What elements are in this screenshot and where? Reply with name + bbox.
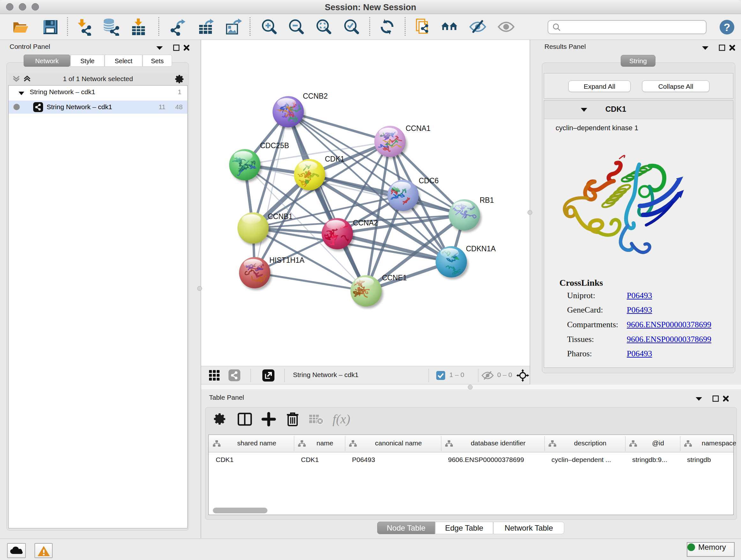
svg-text:CCNA1: CCNA1: [406, 124, 430, 132]
svg-text:CDKN1A: CDKN1A: [466, 245, 496, 253]
svg-text:RB1: RB1: [480, 196, 494, 204]
svg-text:CDK1: CDK1: [325, 155, 344, 163]
svg-text:CDC25B: CDC25B: [260, 141, 289, 150]
svg-text:CCNE1: CCNE1: [382, 273, 407, 282]
svg-text:CCNB2: CCNB2: [303, 92, 328, 100]
svg-text:CCNA2: CCNA2: [353, 219, 378, 227]
svg-text:HIST1H1A: HIST1H1A: [269, 256, 305, 264]
svg-text:CDC6: CDC6: [419, 177, 439, 185]
svg-text:CCNB1: CCNB1: [268, 212, 293, 221]
